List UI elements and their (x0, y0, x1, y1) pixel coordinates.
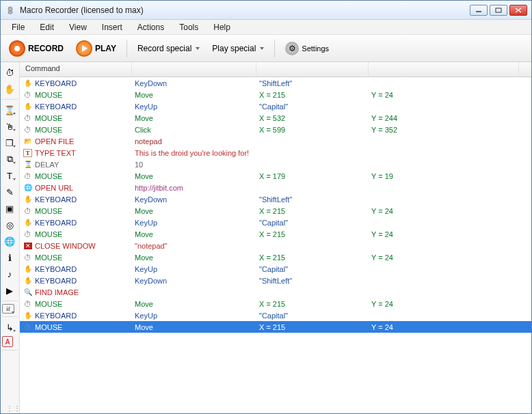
minimize-button[interactable] (470, 5, 488, 16)
findimg-icon (23, 287, 33, 297)
cell-param1: Move (132, 300, 256, 308)
cell-param2: X = 215 (256, 323, 369, 331)
table-row[interactable]: MOUSEClickX = 599Y = 352 (20, 124, 531, 135)
column-3[interactable] (256, 62, 369, 77)
column-4[interactable] (369, 62, 519, 77)
sidebar-music-icon[interactable]: ♪ (2, 266, 17, 281)
table-row[interactable]: OPEN URLhttp://jitbit.com (20, 182, 531, 193)
sidebar-eyedropper-icon[interactable]: ✎ (2, 184, 17, 199)
menu-file[interactable]: File (5, 21, 31, 33)
sidebar-info-icon[interactable]: ℹ (2, 250, 17, 265)
gear-icon: ⚙ (285, 42, 299, 55)
sidebar-letter-a-icon[interactable]: A (2, 336, 13, 347)
table-row[interactable]: MOUSEMoveX = 215Y = 24 (20, 228, 531, 240)
window-title: Macro Recorder (licensed to max) (20, 5, 470, 15)
sidebar-play-square-icon[interactable]: ▶ (2, 283, 17, 298)
settings-button[interactable]: ⚙ Settings (281, 40, 333, 57)
table-row[interactable]: MOUSEMoveX = 215Y = 24 (20, 89, 531, 100)
cell-param1: Move (132, 323, 256, 331)
sidebar-hourglass-icon[interactable]: ⌛ (2, 102, 17, 118)
table-row[interactable]: MOUSEMoveX = 215Y = 24 (20, 205, 531, 217)
command-name: KEYBOARD (35, 195, 77, 204)
sidebar-target-icon[interactable]: ◎ (2, 217, 17, 232)
separator (274, 40, 275, 57)
cell-param2: X = 215 (256, 300, 369, 308)
menu-insert[interactable]: Insert (95, 21, 129, 33)
table-row[interactable]: MOUSEMoveX = 215Y = 24 (20, 251, 531, 263)
cell-param1: http://jitbit.com (132, 184, 256, 192)
stopwatch-icon (23, 229, 33, 239)
record-special-dropdown[interactable]: Record special (133, 42, 204, 55)
command-name: FIND IMAGE (35, 288, 79, 296)
cell-command: MOUSE (20, 322, 132, 332)
table-row[interactable]: FIND IMAGE (20, 286, 531, 298)
stopwatch-icon (23, 124, 33, 135)
command-name: MOUSE (35, 207, 62, 215)
cell-param3: Y = 244 (369, 114, 531, 122)
table-row[interactable]: KEYBOARDKeyUp"Capital" (20, 217, 531, 228)
column-2[interactable] (132, 62, 256, 77)
table-row[interactable]: KEYBOARDKeyUp"Capital" (20, 309, 531, 321)
column-command[interactable]: Command (20, 62, 132, 77)
table-row[interactable]: KEYBOARDKeyUp"Capital" (20, 100, 531, 112)
menu-help[interactable]: Help (207, 21, 237, 33)
cell-command: OPEN URL (20, 182, 132, 193)
sidebar-text-icon[interactable]: T (2, 168, 17, 183)
command-name: MOUSE (35, 300, 62, 308)
maximize-button[interactable] (490, 5, 507, 16)
menu-view[interactable]: View (62, 21, 94, 33)
app-icon (5, 5, 16, 16)
text-icon (23, 148, 33, 158)
table-row[interactable]: MOUSEMoveX = 179Y = 19 (20, 170, 531, 182)
cell-param1: notepad (132, 137, 256, 146)
close-button[interactable] (509, 5, 527, 16)
record-button[interactable]: RECORD (5, 38, 68, 59)
sidebar-copy-icon[interactable]: ⧉ (2, 152, 17, 167)
command-list[interactable]: KEYBOARDKeyDown"ShiftLeft"MOUSEMoveX = 2… (20, 77, 531, 413)
table-row[interactable]: DELAY10 (20, 158, 531, 170)
cell-param1: 10 (132, 161, 256, 169)
cell-param1: Move (132, 253, 256, 262)
menu-actions[interactable]: Actions (131, 21, 171, 33)
cell-param2: X = 215 (256, 230, 369, 238)
hand-icon (23, 194, 33, 204)
closewin-icon (23, 240, 33, 251)
table-row[interactable]: KEYBOARDKeyUp"Capital" (20, 263, 531, 275)
cell-param1: Move (132, 207, 256, 215)
play-special-dropdown[interactable]: Play special (208, 42, 268, 55)
titlebar: Macro Recorder (licensed to max) (1, 1, 531, 20)
cell-param1: Move (132, 114, 256, 122)
cell-param1: Click (132, 126, 256, 134)
command-name: KEYBOARD (35, 312, 77, 320)
menu-tools[interactable]: Tools (172, 21, 205, 33)
cell-command: KEYBOARD (20, 194, 132, 204)
table-row[interactable]: OPEN FILEnotepad (20, 135, 531, 147)
sidebar-mouse-icon[interactable]: 🖱 (2, 119, 17, 134)
table-row[interactable]: MOUSEMoveX = 215Y = 24 (20, 298, 531, 309)
sidebar-globe-icon[interactable]: 🌐 (2, 234, 17, 249)
table-row[interactable]: MOUSEMoveX = 532Y = 244 (20, 112, 531, 124)
table-row[interactable]: KEYBOARDKeyDown"ShiftLeft" (20, 77, 531, 89)
sidebar-grip-icon[interactable]: ⋮⋮ (6, 404, 21, 412)
app-window: Macro Recorder (licensed to max) FileEdi… (0, 0, 532, 414)
table-row[interactable]: KEYBOARDKeyDown"ShiftLeft" (20, 275, 531, 286)
separator (127, 40, 127, 57)
table-row[interactable]: TYPE TEXTThis is the droid you're lookin… (20, 147, 531, 158)
play-button[interactable]: PLAY (72, 38, 120, 59)
hand-icon (23, 310, 33, 320)
sidebar-image-icon[interactable]: ▣ (2, 201, 17, 216)
command-name: KEYBOARD (35, 277, 77, 285)
table-row[interactable]: CLOSE WINDOW"notepad" (20, 240, 531, 251)
hand-icon (23, 264, 33, 274)
cell-param1: KeyUp (132, 102, 256, 111)
sidebar-arrow-icon[interactable]: ↳ (2, 320, 17, 335)
cell-param1: KeyDown (132, 195, 256, 204)
table-row[interactable]: KEYBOARDKeyDown"ShiftLeft" (20, 193, 531, 205)
table-row[interactable]: MOUSEMoveX = 215Y = 24 (20, 321, 531, 333)
menu-edit[interactable]: Edit (33, 21, 61, 33)
sidebar-if-icon[interactable]: if (2, 304, 14, 314)
sidebar-stopwatch-icon[interactable]: ⏱ (2, 65, 17, 80)
sidebar-hand-icon[interactable]: ✋ (2, 81, 17, 96)
cell-param2: X = 215 (256, 91, 369, 99)
sidebar-window-icon[interactable]: ❐ (2, 135, 17, 150)
